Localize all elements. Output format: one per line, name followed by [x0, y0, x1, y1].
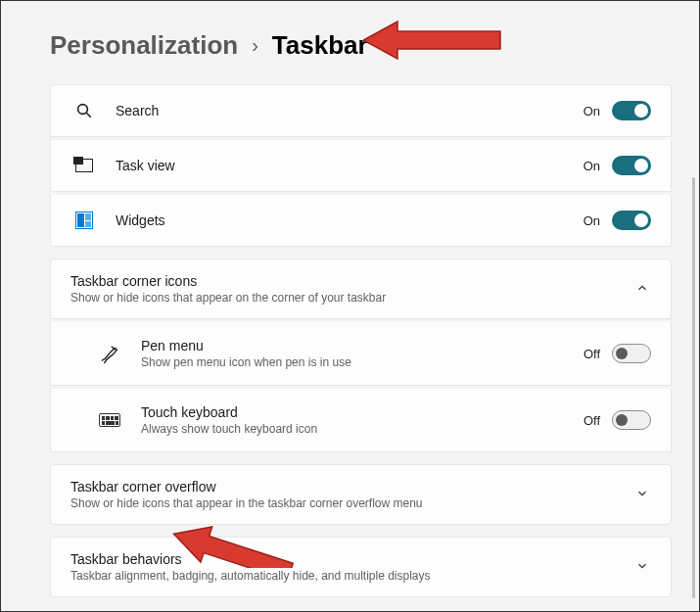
chevron-down-icon — [633, 487, 651, 503]
expander-desc: Show or hide icons that appear on the co… — [70, 291, 633, 305]
expander-taskbar-behaviors[interactable]: Taskbar behaviors Taskbar alignment, bad… — [50, 537, 672, 597]
keyboard-icon — [96, 413, 123, 427]
scrollbar[interactable] — [692, 177, 695, 598]
expander-title: Taskbar corner overflow — [70, 479, 633, 494]
setting-row-widgets[interactable]: Widgets On — [50, 195, 672, 247]
breadcrumb-current: Taskbar — [272, 30, 368, 61]
pen-icon — [96, 343, 123, 364]
toggle-state-label: Off — [583, 413, 600, 428]
setting-row-taskview[interactable]: Task view On — [50, 140, 672, 192]
toggle-state-label: On — [583, 159, 600, 173]
setting-label: Widgets — [116, 212, 583, 228]
setting-desc: Show pen menu icon when pen is in use — [141, 355, 583, 369]
touch-keyboard-toggle[interactable] — [612, 410, 651, 430]
svg-line-1 — [86, 113, 91, 118]
setting-desc: Always show touch keyboard icon — [141, 422, 583, 436]
svg-point-0 — [78, 105, 88, 115]
expander-title: Taskbar corner icons — [70, 273, 633, 289]
widgets-toggle[interactable] — [612, 211, 651, 230]
setting-label: Task view — [116, 158, 583, 173]
toggle-state-label: Off — [583, 347, 600, 361]
expander-corner-icons[interactable]: Taskbar corner icons Show or hide icons … — [50, 259, 672, 319]
setting-row-search[interactable]: Search On — [50, 84, 672, 137]
taskview-toggle[interactable] — [612, 156, 651, 175]
toggle-state-label: On — [583, 213, 600, 228]
expander-title: Taskbar behaviors — [70, 551, 633, 567]
setting-row-touch-keyboard[interactable]: Touch keyboard Always show touch keyboar… — [50, 389, 672, 452]
breadcrumb-parent[interactable]: Personalization — [50, 30, 238, 61]
task-view-icon — [70, 159, 98, 172]
search-icon — [70, 102, 98, 119]
setting-row-pen-menu[interactable]: Pen menu Show pen menu icon when pen is … — [50, 322, 672, 386]
toggle-state-label: On — [583, 104, 600, 118]
setting-label: Pen menu — [141, 338, 583, 353]
pen-menu-toggle[interactable] — [612, 344, 651, 363]
widgets-icon — [70, 212, 98, 229]
breadcrumb: Personalization › Taskbar — [50, 30, 672, 61]
search-toggle[interactable] — [612, 101, 651, 120]
chevron-up-icon — [633, 281, 651, 298]
expander-desc: Show or hide icons that appear in the ta… — [70, 496, 633, 510]
chevron-right-icon: › — [252, 34, 258, 57]
setting-label: Search — [116, 103, 583, 118]
chevron-down-icon — [633, 559, 651, 576]
setting-label: Touch keyboard — [141, 404, 583, 420]
expander-desc: Taskbar alignment, badging, automaticall… — [70, 569, 633, 583]
expander-corner-overflow[interactable]: Taskbar corner overflow Show or hide ico… — [50, 464, 672, 525]
